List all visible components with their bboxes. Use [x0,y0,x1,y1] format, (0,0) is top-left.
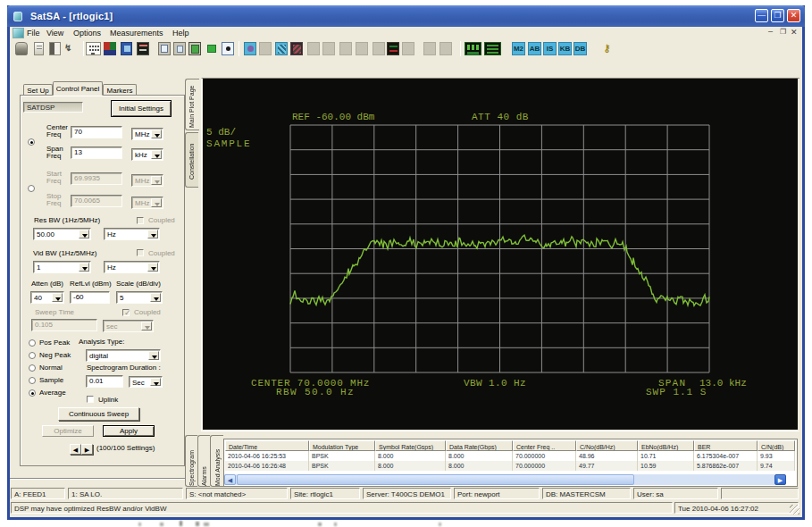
svg-text:RBW 50.0 Hz: RBW 50.0 Hz [276,387,355,397]
svg-text:ATT 40 dB: ATT 40 dB [472,112,529,122]
svg-text:VBW 1.0 Hz: VBW 1.0 Hz [464,378,526,389]
svg-text:SWP 1.1 S: SWP 1.1 S [646,387,707,397]
svg-text:SAMPLE: SAMPLE [206,138,251,149]
svg-text:5 dB/: 5 dB/ [206,127,236,138]
svg-text:REF -60.00 dBm: REF -60.00 dBm [292,112,375,122]
